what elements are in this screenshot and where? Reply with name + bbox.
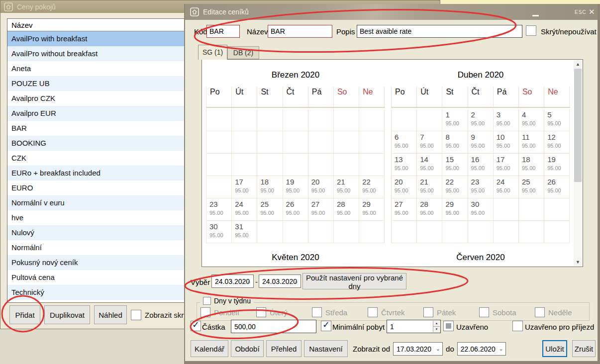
day-cell[interactable]: 1395.00	[392, 154, 417, 176]
day-cell[interactable]: 495.00	[519, 109, 544, 131]
spinner[interactable]: ▲ ▼	[433, 321, 440, 332]
day-price: 95.00	[497, 143, 518, 149]
show-hidden-checkbox[interactable]	[131, 310, 141, 320]
day-cell[interactable]: 795.00	[417, 131, 442, 154]
amount-checkbox[interactable]: ✓	[191, 321, 201, 331]
closed-arrival-checkbox[interactable]	[512, 321, 523, 331]
popis-input[interactable]	[357, 25, 522, 38]
day-cell[interactable]: 2795.00	[308, 198, 334, 221]
empty-day-cell	[359, 221, 385, 243]
day-cell[interactable]: 2595.00	[257, 198, 283, 221]
day-cell[interactable]: 1695.00	[468, 154, 494, 176]
save-button[interactable]: Uložit	[542, 340, 567, 357]
day-cell[interactable]: 1295.00	[544, 131, 570, 154]
scroll-up-icon[interactable]: ▲	[574, 60, 582, 68]
day-cell[interactable]: 1795.00	[494, 154, 519, 176]
day-cell[interactable]: 1595.00	[442, 154, 468, 176]
weekday-checkbox[interactable]	[479, 307, 489, 317]
day-cell[interactable]: 1995.00	[544, 154, 570, 176]
calendar-scrollbar[interactable]: ▲ ▼	[574, 60, 582, 266]
right-titlebar[interactable]: Editace ceníků	[185, 4, 598, 20]
amount-input[interactable]	[231, 320, 316, 333]
chevron-down-icon: ⌄	[294, 278, 299, 284]
nazev-input[interactable]	[268, 25, 332, 38]
day-cell[interactable]: 1895.00	[519, 154, 544, 176]
preview-button[interactable]: Náhled	[94, 305, 127, 324]
day-cell[interactable]: 2795.00	[392, 198, 417, 221]
empty-day-cell	[308, 109, 334, 131]
day-cell[interactable]: 3095.00	[206, 221, 232, 243]
day-cell[interactable]: 695.00	[392, 131, 417, 154]
cancel-button[interactable]: Zrušit	[572, 340, 596, 357]
day-cell[interactable]: 3195.00	[232, 221, 257, 243]
tab-sg[interactable]: SG (1)	[198, 45, 227, 60]
scrollbar-thumb[interactable]	[574, 69, 582, 182]
indeterminate-mark	[446, 323, 451, 329]
min-stay-stepper[interactable]: 1 ▲ ▼	[387, 320, 441, 333]
day-cell[interactable]: 2095.00	[392, 176, 417, 198]
day-cell[interactable]: 2295.00	[442, 176, 468, 198]
period-button[interactable]: Období	[231, 340, 264, 357]
closed-checkbox[interactable]	[443, 321, 454, 331]
hide-checkbox[interactable]	[526, 25, 536, 36]
day-cell[interactable]: 1095.00	[494, 131, 519, 154]
day-cell[interactable]: 2895.00	[334, 198, 359, 221]
day-cell[interactable]: 2595.00	[519, 176, 544, 198]
tab-db[interactable]: DB (2)	[227, 46, 259, 59]
spin-up-icon[interactable]: ▲	[433, 321, 440, 327]
day-cell[interactable]: 2695.00	[544, 176, 570, 198]
close-icon[interactable]: ✕	[589, 7, 595, 16]
day-cell[interactable]: 2095.00	[308, 176, 334, 198]
day-cell[interactable]: 2495.00	[232, 198, 257, 221]
empty-day-cell	[544, 198, 570, 221]
day-number: 23	[471, 178, 493, 186]
day-cell[interactable]: 2195.00	[417, 176, 442, 198]
weekday-checkbox[interactable]	[535, 307, 545, 317]
spin-down-icon[interactable]: ▼	[433, 327, 440, 333]
day-cell[interactable]: 2295.00	[359, 176, 385, 198]
apply-settings-button[interactable]: Použít nastavení pro vybrané dny	[302, 273, 406, 289]
duplicate-button[interactable]: Duplikovat	[44, 305, 90, 324]
minimize-button[interactable]	[532, 15, 539, 16]
settings-button[interactable]: Nastavení	[304, 340, 348, 357]
day-cell[interactable]: 995.00	[468, 131, 494, 154]
weekday-checkbox[interactable]	[368, 307, 378, 317]
day-cell[interactable]: 595.00	[544, 109, 570, 131]
day-cell[interactable]: 1895.00	[257, 176, 283, 198]
day-cell[interactable]: 2395.00	[206, 198, 232, 221]
day-cell[interactable]: 2895.00	[417, 198, 442, 221]
weekday-checkbox[interactable]	[312, 307, 322, 317]
day-cell[interactable]: 195.00	[442, 109, 468, 131]
day-cell[interactable]: 1795.00	[232, 176, 257, 198]
day-cell[interactable]: 2195.00	[334, 176, 359, 198]
calendar-button[interactable]: Kalendář	[191, 340, 228, 357]
day-cell[interactable]: 1495.00	[417, 154, 442, 176]
day-cell[interactable]: 3095.00	[468, 198, 494, 221]
weekday-checkbox[interactable]	[200, 307, 210, 317]
day-cell[interactable]: 1195.00	[519, 131, 544, 154]
show-from-dropdown[interactable]: 17.03.2020 ⌄	[393, 342, 443, 356]
days-of-week-checkbox[interactable]	[203, 297, 211, 305]
weekday-checkbox[interactable]	[423, 307, 433, 317]
kod-input[interactable]	[206, 25, 240, 38]
scroll-down-icon[interactable]: ▼	[574, 258, 582, 266]
overview-button[interactable]: Přehled	[266, 340, 301, 357]
day-cell[interactable]: 2495.00	[494, 176, 519, 198]
day-cell[interactable]: 2395.00	[468, 176, 494, 198]
weekday-checkbox[interactable]	[256, 307, 266, 317]
day-cell[interactable]: 295.00	[468, 109, 494, 131]
day-price: 95.00	[445, 187, 467, 193]
min-stay-checkbox[interactable]: ✓	[321, 321, 331, 331]
selection-to-dropdown[interactable]: 24.03.2020 ⌄	[259, 274, 301, 288]
days-of-week-label: Dny v týdnu	[214, 297, 251, 305]
day-cell[interactable]: 2995.00	[359, 198, 385, 221]
day-cell[interactable]: 395.00	[494, 109, 519, 131]
selection-from-dropdown[interactable]: 24.03.2020 ⌄	[211, 274, 254, 288]
day-cell[interactable]: 2695.00	[283, 198, 308, 221]
day-cell[interactable]: 895.00	[442, 131, 468, 154]
day-price: 95.00	[311, 187, 333, 193]
add-button[interactable]: Přidat	[9, 305, 40, 324]
day-cell[interactable]: 1995.00	[283, 176, 308, 198]
show-to-dropdown[interactable]: 22.06.2020 ⌄	[457, 342, 506, 356]
day-cell[interactable]: 2995.00	[442, 198, 468, 221]
